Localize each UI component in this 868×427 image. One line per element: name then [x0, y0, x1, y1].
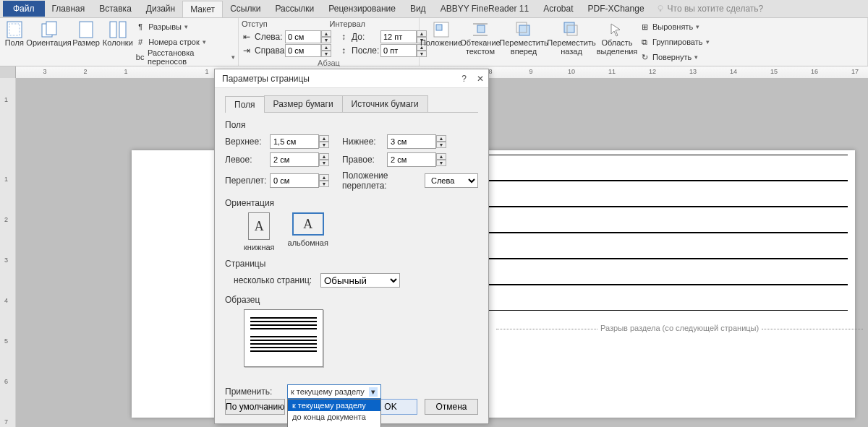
bulb-icon [656, 4, 665, 13]
landscape-button[interactable]: A альбомная [288, 212, 328, 251]
menu-mailings[interactable]: Рассылки [268, 1, 321, 17]
sample-section-header: Образец [225, 295, 478, 305]
multi-pages-label: несколько страниц: [234, 275, 313, 285]
menu-file[interactable]: Файл [3, 1, 45, 17]
size-label: Размер [72, 38, 100, 47]
menubar: Файл Главная Вставка Дизайн Макет Ссылки… [0, 0, 868, 18]
menu-home[interactable]: Главная [45, 1, 93, 17]
spacing-before-icon: ↕ [339, 32, 349, 42]
menu-design[interactable]: Дизайн [139, 1, 182, 17]
cancel-button[interactable]: Отмена [425, 399, 478, 415]
pages-section-header: Страницы [225, 259, 478, 269]
dialog-titlebar[interactable]: Параметры страницы ? ✕ [215, 69, 488, 88]
indent-left-label: Слева: [255, 32, 282, 42]
bring-forward-button[interactable]: Переместить вперед [501, 20, 547, 56]
apply-to-dropdown: к текущему разделу до конца документа ко… [287, 399, 381, 427]
tell-me-search[interactable]: Что вы хотите сделать? [656, 4, 764, 14]
svg-rect-7 [110, 22, 116, 38]
left-margin-spin[interactable]: ▲▼ [270, 152, 329, 167]
columns-button[interactable]: Колонки [102, 20, 135, 47]
portrait-icon: A [248, 212, 270, 240]
spacing-before-label: До: [352, 32, 378, 42]
table-row[interactable] [488, 207, 848, 233]
orientation-section-header: Ориентация [225, 198, 478, 208]
group-paragraph: Отступ Интервал ⇤ Слева: ▲▼ ↕ До: ▲▼ ⇥ С… [239, 18, 420, 66]
selection-pane-button[interactable]: Область выделения [596, 20, 638, 56]
menu-insert[interactable]: Вставка [92, 1, 139, 17]
spacing-after-input[interactable] [380, 44, 417, 57]
vertical-ruler[interactable]: 1 1 2 3 4 5 6 7 [0, 78, 16, 427]
gutter-pos-label: Положение переплета: [342, 171, 420, 191]
indent-left-spin[interactable]: ▲▼ [285, 30, 331, 43]
tab-paper-source[interactable]: Источник бумаги [342, 95, 428, 112]
group-icon: ⧉ [639, 37, 650, 47]
page-setup-dialog: Параметры страницы ? ✕ Поля Размер бумаг… [214, 69, 489, 424]
apply-option-current[interactable]: к текущему разделу [288, 400, 380, 411]
gutter-pos-select[interactable]: Слева [425, 173, 478, 188]
table-row[interactable] [488, 181, 848, 207]
columns-label: Колонки [103, 38, 133, 47]
align-button[interactable]: ⊞Выровнять▾ [639, 20, 710, 34]
spacing-after-icon: ↕ [339, 46, 349, 56]
breaks-button[interactable]: ¶Разрывы▾ [135, 20, 235, 34]
rotate-button[interactable]: ↻Повернуть▾ [639, 50, 710, 64]
top-margin-label: Верхнее: [225, 137, 265, 147]
menu-view[interactable]: Вид [403, 1, 433, 17]
forward-icon [514, 21, 534, 38]
tab-paper-size[interactable]: Размер бумаги [264, 95, 343, 112]
menu-acrobat[interactable]: Acrobat [536, 1, 580, 17]
wrap-icon [470, 21, 490, 38]
document-table[interactable] [488, 155, 848, 311]
apply-option-end[interactable]: до конца документа [288, 411, 380, 423]
svg-point-0 [658, 6, 663, 10]
margins-button[interactable]: Поля [3, 20, 26, 47]
wrap-text-button[interactable]: Обтекание текстом [461, 20, 499, 56]
indent-header: Отступ [242, 20, 268, 30]
ruler-corner [0, 66, 16, 78]
orientation-button[interactable]: Ориентация [27, 20, 71, 47]
table-row[interactable] [488, 233, 848, 259]
table-row[interactable] [488, 259, 848, 285]
apply-to-select[interactable]: к текущему разделу ▾ [287, 384, 381, 399]
align-icon: ⊞ [639, 22, 650, 32]
margins-section-header: Поля [225, 120, 478, 130]
gutter-spin[interactable]: ▲▼ [270, 173, 329, 188]
indent-left-input[interactable] [285, 30, 321, 43]
dialog-close-button[interactable]: ✕ [477, 74, 484, 84]
top-margin-spin[interactable]: ▲▼ [270, 134, 329, 149]
line-numbers-button[interactable]: #Номера строк▾ [135, 35, 235, 49]
menu-layout[interactable]: Макет [182, 1, 223, 17]
preview-pane [244, 309, 323, 367]
spacing-before-input[interactable] [380, 30, 417, 43]
spacing-header: Интервал [330, 20, 365, 30]
menu-review[interactable]: Рецензирование [321, 1, 403, 17]
apply-option-whole[interactable]: ко всему документу [288, 423, 380, 427]
orientation-label: Ориентация [26, 38, 71, 47]
table-row[interactable] [488, 155, 848, 181]
position-button[interactable]: Положение [422, 20, 460, 47]
dialog-help-button[interactable]: ? [461, 74, 467, 84]
menu-references[interactable]: Ссылки [223, 1, 268, 17]
spacing-after-label: После: [352, 46, 378, 56]
tab-margins[interactable]: Поля [225, 96, 265, 113]
indent-right-spin[interactable]: ▲▼ [285, 44, 331, 57]
indent-right-input[interactable] [285, 44, 321, 57]
page-setup-stack: ¶Разрывы▾ #Номера строк▾ bcРасстановка п… [135, 20, 235, 64]
hyphenation-button[interactable]: bcРасстановка переносов▾ [135, 50, 235, 64]
default-button[interactable]: По умолчанию [225, 399, 285, 415]
size-button[interactable]: Размер [72, 20, 101, 47]
portrait-button[interactable]: A книжная [244, 212, 275, 251]
send-backward-button[interactable]: Переместить назад [548, 20, 595, 56]
table-row[interactable] [488, 285, 848, 311]
right-margin-spin[interactable]: ▲▼ [387, 152, 446, 167]
bottom-margin-spin[interactable]: ▲▼ [387, 134, 446, 149]
group-page-setup: Поля Ориентация Размер Колонки ¶Разрывы▾… [0, 18, 239, 66]
menu-finereader[interactable]: ABBYY FineReader 11 [433, 1, 537, 17]
group-button[interactable]: ⧉Группировать▾ [639, 35, 710, 49]
svg-rect-1 [659, 10, 660, 12]
breaks-icon: ¶ [135, 22, 145, 32]
menu-pdfxchange[interactable]: PDF-XChange [581, 1, 652, 17]
multi-pages-select[interactable]: Обычный [320, 273, 400, 288]
indent-left-icon: ⇤ [242, 32, 252, 42]
group-arrange: Положение Обтекание текстом Переместить … [420, 18, 868, 66]
